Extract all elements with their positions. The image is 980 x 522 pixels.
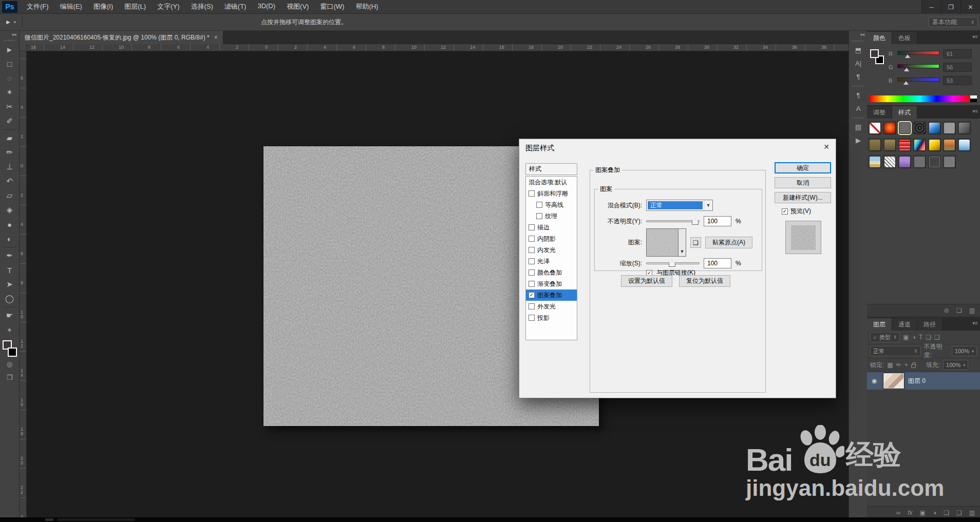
menu-item[interactable]: 滤镜(T)	[219, 0, 252, 14]
preview-checkbox[interactable]: ✓	[782, 208, 788, 215]
toolbar-grip[interactable]: ▪▪▪▪▪▪	[0, 38, 19, 42]
snap-to-origin-button[interactable]: 贴紧原点(A)	[705, 237, 752, 248]
layer-name[interactable]: 图层 0	[908, 377, 926, 385]
brush-tool-icon[interactable]: ✏	[2, 145, 17, 160]
lock-transparency-icon[interactable]: ▦	[887, 361, 893, 369]
new-pattern-button[interactable]: ❏	[690, 237, 701, 248]
color-spectrum-bar[interactable]	[870, 95, 970, 102]
collapse-toolbar-icon[interactable]: ▸▸	[0, 31, 19, 38]
style-checkbox[interactable]	[529, 303, 535, 310]
adjustment-layer-icon[interactable]: ◑	[933, 509, 936, 516]
opacity-slider[interactable]	[646, 217, 700, 225]
new-style-button[interactable]: 新建样式(W)...	[775, 192, 831, 203]
foreground-color-swatch[interactable]	[870, 49, 879, 58]
style-swatch-plain-gray[interactable]	[944, 123, 955, 133]
layer-visibility-icon[interactable]: ◉	[869, 377, 879, 384]
panel-menu-icon[interactable]: ▾≡	[972, 320, 978, 326]
ok-button[interactable]: 确定	[775, 162, 831, 173]
panel-menu-icon[interactable]: ▾≡	[972, 108, 978, 114]
pen-tool-icon[interactable]: ✒	[2, 248, 17, 263]
opacity-input[interactable]: 100	[704, 216, 731, 226]
screen-mode-icon[interactable]: ❐	[2, 371, 17, 383]
filter-smart-objects-icon[interactable]: ❑	[934, 334, 940, 341]
blur-tool-icon[interactable]: ●	[2, 217, 17, 231]
tab-close-icon[interactable]: ×	[214, 34, 218, 41]
close-icon[interactable]: ✕	[960, 0, 980, 14]
style-checkbox[interactable]	[529, 269, 535, 276]
clone-stamp-tool-icon[interactable]: ⊥	[2, 160, 17, 174]
magic-wand-tool-icon[interactable]: ✶	[2, 85, 17, 100]
style-checkbox[interactable]	[529, 258, 535, 264]
filter-shape-layers-icon[interactable]: ❏	[926, 334, 931, 341]
shape-tool-icon[interactable]: ◯	[2, 292, 17, 306]
style-swatch-gray-rounded[interactable]	[899, 123, 910, 133]
quick-mask-icon[interactable]: ◎	[2, 358, 17, 370]
lock-position-icon[interactable]: +	[904, 361, 908, 369]
style-swatch-mid-gray[interactable]	[914, 157, 925, 167]
styles-panel-tab[interactable]: 样式	[892, 106, 917, 119]
zoom-tool-icon[interactable]: ⌖	[2, 323, 17, 337]
style-swatch-dark-rings[interactable]	[914, 123, 925, 133]
style-list-item[interactable]: ✓图案叠加	[526, 289, 577, 301]
style-checkbox[interactable]	[529, 247, 535, 253]
style-checkbox[interactable]: ✓	[529, 292, 535, 298]
style-swatch-landscape[interactable]	[870, 157, 880, 167]
style-checkbox[interactable]	[529, 224, 535, 230]
menu-item[interactable]: 图层(L)	[119, 0, 151, 14]
clear-style-icon[interactable]: ⊘	[944, 307, 949, 314]
style-swatch-red-glow[interactable]	[884, 123, 895, 133]
channel-value[interactable]: 61	[943, 49, 972, 59]
channel-value[interactable]: 53	[943, 76, 972, 85]
style-checkbox[interactable]	[529, 236, 535, 242]
style-swatch-bw-noise[interactable]	[884, 157, 895, 167]
menu-item[interactable]: 文件(F)	[22, 0, 54, 14]
style-checkbox[interactable]	[536, 213, 542, 219]
color-panel-tab[interactable]: 颜色	[867, 32, 892, 44]
menu-item[interactable]: 编辑(E)	[55, 0, 87, 14]
panel-menu-icon[interactable]: ▾≡	[972, 34, 978, 40]
style-checkbox[interactable]	[529, 315, 535, 321]
foreground-background-swatches[interactable]	[2, 340, 17, 357]
style-checkbox[interactable]	[536, 202, 542, 208]
character-styles-panel-icon[interactable]: ¶	[849, 88, 868, 102]
style-swatch-orange-gradient[interactable]	[944, 140, 955, 150]
layer-group-icon[interactable]: ❏	[944, 509, 949, 516]
paragraph-styles-panel-icon[interactable]: A	[849, 102, 868, 115]
color-swatch-pair[interactable]	[870, 49, 887, 68]
style-list-item[interactable]: 等高线	[526, 199, 577, 210]
layers-panel-tab[interactable]: 图层	[867, 318, 892, 331]
eyedropper-tool-icon[interactable]: ✐	[2, 114, 17, 128]
opacity-dropdown[interactable]: 100% ▾	[952, 346, 977, 356]
fill-dropdown[interactable]: 100% ▾	[943, 360, 968, 370]
layer-effects-icon[interactable]: fx	[908, 509, 912, 516]
vertical-ruler[interactable]: 642024681012141618202224	[20, 51, 27, 517]
dialog-close-icon[interactable]: ✕	[823, 143, 830, 151]
taskbar-start-icon[interactable]	[45, 518, 53, 521]
menu-item[interactable]: 3D(D)	[252, 0, 280, 14]
style-list-item[interactable]: 内发光	[526, 244, 577, 256]
layers-panel-tab[interactable]: 路径	[917, 318, 943, 331]
horizontal-ruler[interactable]: 1614121086420246810121416182022242628303…	[20, 44, 849, 51]
style-list-item[interactable]: 描边	[526, 222, 577, 233]
style-list-item[interactable]: 混合选项:默认	[526, 177, 577, 188]
style-list-item[interactable]: 投影	[526, 312, 577, 323]
eraser-tool-icon[interactable]: ▱	[2, 188, 17, 203]
style-swatch-multicolor[interactable]	[914, 140, 925, 150]
style-swatch-outline-only[interactable]	[929, 157, 940, 167]
layer-row[interactable]: ◉图层 0	[867, 372, 980, 390]
menu-item[interactable]: 窗口(W)	[315, 0, 349, 14]
style-swatch-red-stripes[interactable]	[899, 140, 910, 150]
style-swatch-purple-gradient[interactable]	[899, 157, 910, 167]
style-list-item[interactable]: 内阴影	[526, 233, 577, 244]
style-swatch-gray2[interactable]	[944, 157, 955, 167]
style-checkbox[interactable]	[529, 190, 535, 197]
move-tool-icon[interactable]: ►	[2, 42, 17, 56]
blend-mode-dropdown[interactable]: 正常 ▼	[646, 200, 713, 211]
menu-item[interactable]: 选择(S)	[185, 0, 218, 14]
new-layer-icon[interactable]: ❑	[956, 509, 962, 516]
channel-slider[interactable]	[897, 50, 939, 57]
filter-type-layers-icon[interactable]: T	[919, 334, 922, 341]
document-tab[interactable]: 微信图片_20210406160405-恢复的.jpg @ 100% (图层 0…	[20, 31, 223, 44]
menu-item[interactable]: 帮助(H)	[350, 0, 383, 14]
collapse-dock-icon[interactable]: ◂◂	[849, 31, 867, 38]
